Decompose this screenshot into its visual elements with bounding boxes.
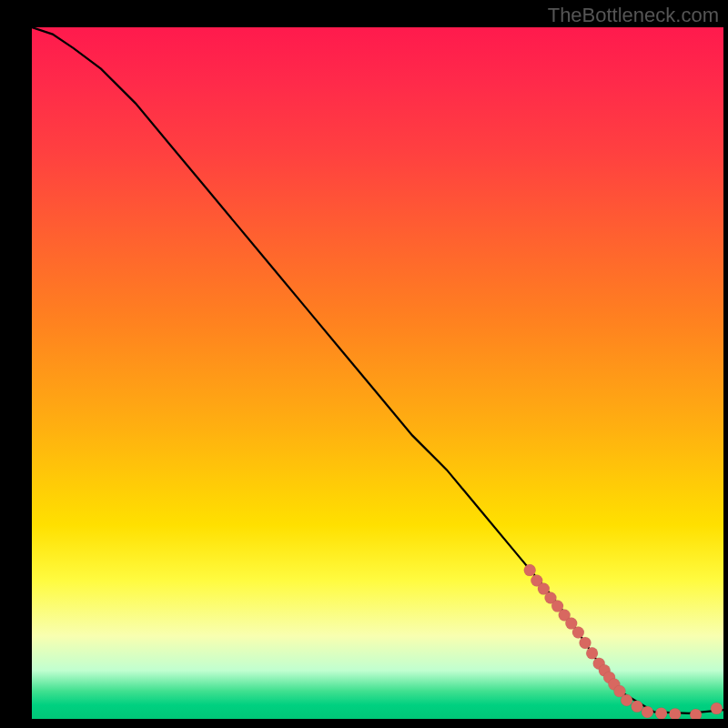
data-point [632,701,643,713]
chart-plot-area [32,27,723,719]
data-point [524,564,536,576]
data-point [642,706,653,718]
data-point [586,647,598,659]
chart-svg [32,27,723,719]
data-point [655,707,667,719]
data-point [711,703,723,714]
data-point [690,709,702,719]
scatter-dots-group [524,564,723,719]
watermark: TheBottleneck.com [548,4,719,27]
data-point [669,708,681,719]
data-point [580,637,592,649]
bottleneck-curve-line [32,27,723,713]
data-point [621,694,632,706]
data-point [572,627,584,639]
